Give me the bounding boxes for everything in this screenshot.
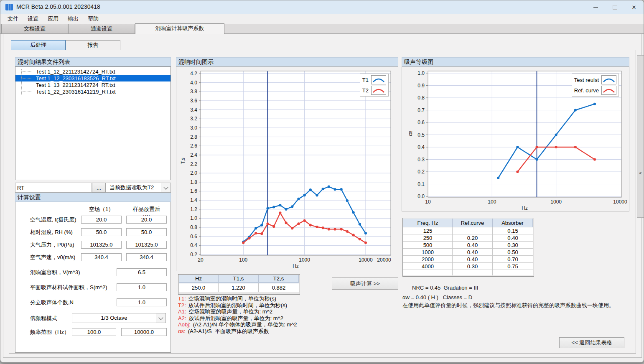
- svg-text:0.6: 0.6: [417, 120, 425, 125]
- file-list-item[interactable]: Test 1_22_230316141219_RT.txt: [15, 88, 171, 95]
- svg-text:10000: 10000: [359, 257, 373, 263]
- browse-button[interactable]: ...: [92, 183, 106, 193]
- rt-value-table: Hz T1,s T2,s 250.0 1.220 0.882: [178, 274, 300, 295]
- octave-mode-combo[interactable]: 1/3 Octave: [72, 313, 166, 323]
- grade-table-row[interactable]: 20000.400.70: [403, 256, 533, 263]
- file-name: Test 1_22_230316141219_RT.txt: [35, 89, 117, 95]
- menu-item-file[interactable]: 文件: [3, 14, 23, 24]
- svg-text:3.4: 3.4: [190, 107, 197, 113]
- grade-chart[interactable]: 0.00.10.20.30.40.50.60.70.80.91.01010010…: [402, 66, 629, 211]
- tree-branch-icon: [21, 71, 32, 72]
- minimize-button[interactable]: [586, 0, 605, 14]
- file-list-item[interactable]: Test 1_12_221123142724_RT.txt: [15, 68, 171, 75]
- tab-reverb-absorption[interactable]: 混响室计算吸声系数: [135, 23, 224, 34]
- rt-name-input[interactable]: [15, 183, 92, 193]
- grade-table-row[interactable]: 10000.400.50: [403, 249, 533, 256]
- svg-text:10000: 10000: [613, 199, 627, 205]
- svg-text:1.8: 1.8: [190, 179, 197, 185]
- pressure-input-2[interactable]: [126, 241, 167, 249]
- field-label-air-temp: 空气温度, t(摄氏度): [30, 216, 76, 224]
- file-list-item[interactable]: Test 1_13_221123142724_RT.txt: [15, 81, 171, 88]
- maximize-icon: [613, 5, 617, 10]
- svg-text:Hz: Hz: [522, 205, 528, 211]
- svg-text:0.8: 0.8: [190, 224, 197, 230]
- field-label-humidity: 相对湿度, RH (%): [30, 228, 73, 236]
- svg-text:0.9: 0.9: [417, 83, 425, 89]
- legend-curve-icon: [601, 75, 616, 84]
- chevron-down-icon[interactable]: [156, 313, 165, 323]
- file-name: Test 1_12_221123142724_RT.txt: [35, 69, 117, 75]
- nrc-result-text: NRC = 0.45 Gradation = III: [412, 285, 478, 291]
- octave-mode-value: 1/3 Octave: [72, 313, 156, 323]
- tree-branch-icon: [21, 92, 32, 92]
- aw-result-text: αw = 0.40 ( H ) Classes = D: [402, 294, 472, 300]
- tree-branch-icon: [21, 85, 32, 85]
- svg-text:20: 20: [198, 257, 204, 263]
- definition-line: Aobj:(A2-A1)/N 单个物体的吸声量，单位为: m^2: [178, 321, 297, 328]
- svg-text:3.8: 3.8: [190, 89, 197, 94]
- main-tab-strip: 文档设置 通道设置 混响室计算吸声系数: [0, 24, 644, 34]
- definition-line: T1:空场混响室的混响时间，单位为秒(s): [178, 295, 297, 302]
- pressure-input-1[interactable]: [81, 241, 122, 249]
- rt-chart-header: 混响时间图示: [176, 57, 398, 66]
- absorb-calc-button[interactable]: 吸声计算 >>: [332, 277, 398, 290]
- svg-text:0.7: 0.7: [417, 107, 425, 113]
- sound-speed-input-2[interactable]: [126, 253, 167, 261]
- humidity-input-1[interactable]: [81, 228, 122, 236]
- air-temp-input-1[interactable]: [81, 216, 122, 224]
- subtab-report[interactable]: 报告: [66, 40, 120, 50]
- app-window: MCR Beta 2.05.0.001 20230418 ✕ 文件 设置 应用 …: [0, 0, 644, 363]
- field-label-octave-mode: 倍频程模式: [30, 314, 57, 322]
- file-list[interactable]: Test 1_12_221123142724_RT.txtTest 1_12_2…: [15, 66, 171, 180]
- absorber-count-input[interactable]: [117, 298, 167, 306]
- grade-table-header: Freq. Hz Ref.curve Absorber: [403, 219, 533, 227]
- menu-item-output[interactable]: 输出: [63, 14, 83, 24]
- grade-table-row[interactable]: 5000.400.30: [403, 242, 533, 249]
- chevron-down-icon[interactable]: [161, 183, 171, 192]
- collapse-panel-handle[interactable]: <: [637, 55, 644, 218]
- tab-channel-settings[interactable]: 通道设置: [68, 24, 135, 33]
- rt-chart[interactable]: 0.20.40.60.81.01.21.41.61.82.02.22.42.62…: [176, 66, 398, 271]
- menu-item-application[interactable]: 应用: [43, 14, 63, 24]
- rt-chart-legend: T1T2: [360, 74, 389, 97]
- file-list-header: 混时间结果文件列表: [15, 57, 171, 66]
- freq-range-low-input[interactable]: [72, 328, 116, 336]
- svg-text:0.4: 0.4: [417, 144, 425, 150]
- usage-note-text: 在使用此单值评价量的时候，强烈建议与按照标准获得的完整的吸声系数曲线一块使用。: [402, 302, 614, 309]
- svg-text:0.2: 0.2: [190, 252, 197, 257]
- menu-item-settings[interactable]: 设置: [23, 14, 43, 24]
- rt-table-row[interactable]: 250.0 1.220 0.882: [179, 283, 299, 292]
- back-to-results-button[interactable]: << 返回结果表格: [559, 337, 624, 348]
- svg-text:Hz: Hz: [293, 263, 299, 269]
- close-button[interactable]: ✕: [624, 0, 644, 14]
- menu-item-help[interactable]: 帮助: [83, 14, 103, 24]
- definition-line: A2:放试件后混响室的吸声量，单位为: m^2: [178, 315, 297, 322]
- room-volume-input[interactable]: [117, 268, 167, 276]
- sound-speed-input-1[interactable]: [81, 253, 122, 261]
- rt-time-chart-canvas[interactable]: 0.20.40.60.81.01.21.41.61.82.02.22.42.62…: [176, 67, 398, 270]
- tab-document-settings[interactable]: 文档设置: [1, 24, 68, 33]
- humidity-input-2[interactable]: [126, 228, 167, 236]
- file-list-item[interactable]: Test 1_12_230316183526_RT.txt: [15, 75, 171, 81]
- rt-table-header: Hz T1,s T2,s: [179, 275, 299, 283]
- freq-range-high-input[interactable]: [121, 328, 167, 336]
- air-temp-input-2[interactable]: [126, 216, 167, 224]
- grade-table-row[interactable]: 1250.15: [403, 227, 533, 234]
- grade-table-row[interactable]: 2500.200.40: [403, 234, 533, 242]
- grade-table-row[interactable]: 40000.300.75: [403, 263, 533, 270]
- svg-text:2.6: 2.6: [190, 143, 197, 149]
- grade-table-row: [403, 270, 533, 275]
- svg-text:1.4: 1.4: [190, 197, 197, 203]
- legend-entry: Ref. curve: [574, 86, 616, 95]
- sample-area-input[interactable]: [117, 283, 167, 291]
- svg-text:1000: 1000: [299, 257, 310, 263]
- subtab-postprocess[interactable]: 后处理: [11, 40, 66, 50]
- svg-text:2.4: 2.4: [190, 152, 197, 158]
- svg-text:0.0: 0.0: [417, 193, 425, 199]
- maximize-button[interactable]: [605, 0, 624, 14]
- svg-text:0.1: 0.1: [417, 181, 425, 187]
- svg-text:0.8: 0.8: [417, 95, 425, 101]
- grade-chart-header: 吸声等级图: [402, 57, 629, 66]
- read-as-combo[interactable]: 当前数据读取为T2: [106, 183, 171, 193]
- definition-line: T2:放试件后混响室的混响时间，单位为秒(s): [178, 302, 297, 309]
